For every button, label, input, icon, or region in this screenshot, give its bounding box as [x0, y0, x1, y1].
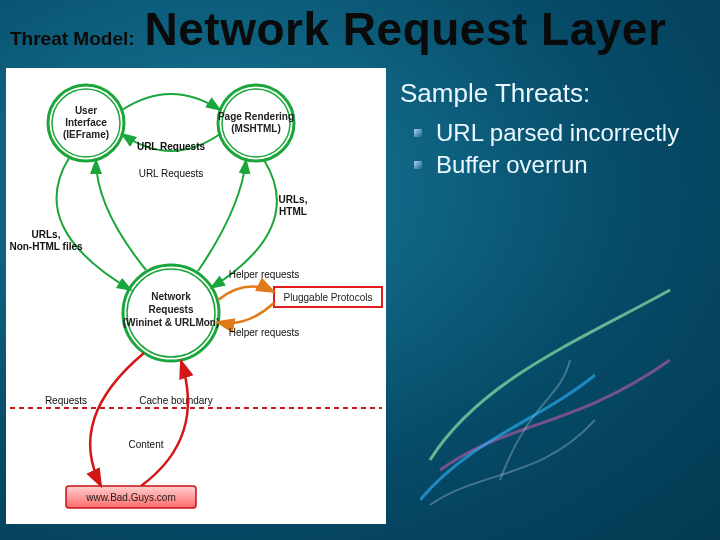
edge-pluggable-network [217, 303, 274, 323]
list-item: URL parsed incorrectly [400, 117, 710, 149]
edge-ui-network [57, 158, 131, 290]
node-label: Requests [148, 304, 193, 315]
threats-heading: Sample Threats: [400, 78, 710, 109]
node-label: Network [151, 291, 191, 302]
edge-label: Helper requests [229, 327, 300, 338]
architecture-diagram: User Interface (IEFrame) Page Rendering … [6, 68, 386, 524]
node-network-requests: Network Requests (Wininet & URLMon) [123, 265, 220, 361]
decor-swirl [420, 280, 680, 480]
node-label: www.Bad.Guys.com [85, 492, 175, 503]
edge-label: URL Requests [139, 168, 204, 179]
edge-label: HTML [279, 206, 307, 217]
node-user-interface: User Interface (IEFrame) [48, 85, 124, 161]
edge-requests-out [90, 353, 144, 486]
slide-title-row: Threat Model: Network Request Layer [10, 6, 710, 52]
edge-label: Non-HTML files [9, 241, 83, 252]
edge-label: URL Requests [137, 141, 206, 152]
edge-label: Helper requests [229, 269, 300, 280]
title-prefix: Threat Model: [10, 29, 135, 48]
edge-ui-render [122, 94, 220, 110]
title-main: Network Request Layer [145, 6, 667, 52]
node-label: User [75, 105, 97, 116]
edge-label: URLs, [32, 229, 61, 240]
node-label: Interface [65, 117, 107, 128]
node-label: Pluggable Protocols [284, 292, 373, 303]
edge-network-pluggable [218, 287, 274, 300]
edge-label: URLs, [279, 194, 308, 205]
sample-threats-block: Sample Threats: URL parsed incorrectly B… [400, 78, 710, 182]
edge-label: Cache boundary [139, 395, 212, 406]
node-pluggable-protocols: Pluggable Protocols [274, 287, 382, 307]
edge-label: Content [128, 439, 163, 450]
decor-swirl [420, 370, 600, 510]
node-label: Page Rendering [218, 111, 294, 122]
threats-list: URL parsed incorrectly Buffer overrun [400, 117, 710, 182]
edge-network-render [198, 160, 246, 271]
edge-label: Requests [45, 395, 87, 406]
node-page-rendering: Page Rendering (MSHTML) [218, 85, 294, 161]
list-item: Buffer overrun [400, 149, 710, 181]
node-label: (IEFrame) [63, 129, 109, 140]
node-label: (MSHTML) [231, 123, 280, 134]
node-bad-guys: www.Bad.Guys.com [66, 486, 196, 508]
node-label: (Wininet & URLMon) [123, 317, 220, 328]
edge-content-in [141, 361, 188, 486]
